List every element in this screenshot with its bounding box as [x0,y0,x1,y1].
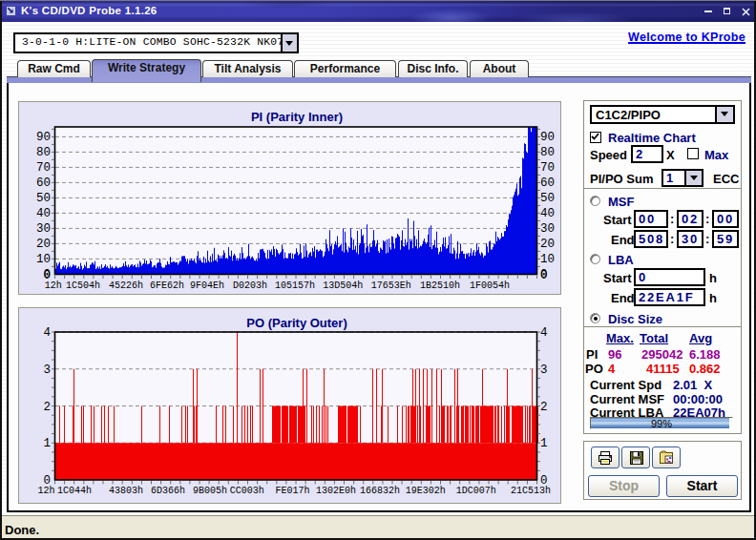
svg-text:60: 60 [36,177,51,190]
svg-text:10: 10 [540,253,555,266]
svg-text:D0203h: D0203h [233,280,267,291]
svg-text:19E302h: 19E302h [406,486,446,496]
svg-text:4: 4 [43,326,51,340]
svg-text:1F0054h: 1F0054h [470,280,510,291]
svg-text:40: 40 [540,207,555,220]
svg-text:80: 80 [540,146,555,159]
svg-text:9F04Eh: 9F04Eh [190,280,224,291]
svg-text:0: 0 [540,269,548,282]
svg-text:70: 70 [540,161,555,175]
svg-text:60: 60 [540,177,555,190]
svg-text:1: 1 [43,437,51,450]
svg-text:6FE62h: 6FE62h [150,280,184,291]
svg-text:45226h: 45226h [109,280,143,291]
svg-text:43803h: 43803h [109,486,143,496]
svg-text:70: 70 [36,161,51,175]
svg-text:3: 3 [540,363,548,377]
svg-text:1B2510h: 1B2510h [420,280,460,291]
svg-text:12h: 12h [37,486,54,496]
svg-text:1: 1 [540,437,548,450]
svg-text:FE017h: FE017h [276,486,310,496]
svg-text:2: 2 [43,401,51,414]
svg-text:2: 2 [540,401,548,414]
svg-text:4: 4 [540,326,548,340]
svg-text:3: 3 [43,363,51,377]
svg-text:30: 30 [540,222,555,236]
svg-text:20: 20 [36,238,51,251]
svg-text:166832h: 166832h [360,486,400,496]
svg-text:9B005h: 9B005h [193,486,227,496]
svg-text:12h: 12h [45,280,62,291]
svg-text:40: 40 [36,207,51,220]
svg-text:30: 30 [36,222,51,236]
svg-text:1DC007h: 1DC007h [456,486,496,496]
svg-text:21C513h: 21C513h [511,486,551,496]
svg-text:20: 20 [540,238,555,251]
svg-text:10: 10 [36,253,51,266]
svg-text:1C044h: 1C044h [57,486,92,496]
svg-text:105157h: 105157h [275,280,315,291]
svg-text:1C504h: 1C504h [66,280,100,291]
svg-text:90: 90 [540,131,555,144]
svg-text:50: 50 [36,192,51,205]
svg-text:6D366h: 6D366h [151,486,185,496]
svg-text:90: 90 [36,131,51,144]
svg-text:13D504h: 13D504h [323,280,363,291]
svg-text:1302E0h: 1302E0h [316,486,356,496]
svg-text:50: 50 [540,192,555,205]
svg-text:CC003h: CC003h [230,486,264,496]
svg-text:80: 80 [36,146,51,159]
svg-text:17653Eh: 17653Eh [371,280,411,291]
